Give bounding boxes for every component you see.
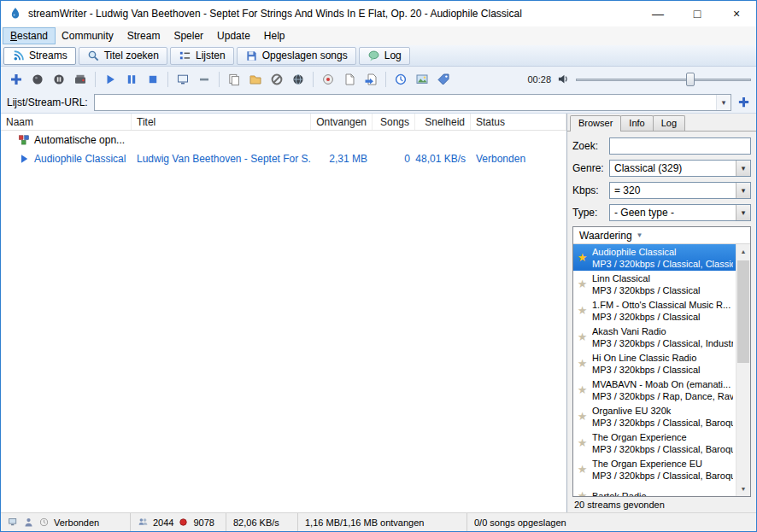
pause-button[interactable]: [121, 69, 142, 90]
timer-button[interactable]: [390, 69, 411, 90]
volume-slider[interactable]: [576, 72, 751, 87]
sort-header-waardering[interactable]: Waardering ▼: [573, 227, 750, 244]
remove-button[interactable]: [194, 69, 214, 90]
menu-bestand[interactable]: Bestand: [3, 28, 55, 44]
scroll-down-button[interactable]: ▼: [736, 482, 750, 496]
star-icon: ★: [576, 357, 589, 370]
pause-recording-button[interactable]: [49, 69, 69, 90]
menu-community[interactable]: Community: [55, 28, 120, 44]
tab-opgeslagen-songs[interactable]: Opgeslagen songs: [237, 47, 356, 65]
volume-thumb[interactable]: [686, 73, 695, 86]
tab-log[interactable]: Log: [359, 47, 410, 65]
website-button[interactable]: [288, 69, 308, 90]
table-row[interactable]: Automatische opn...: [1, 131, 566, 149]
column-ontvangen[interactable]: Ontvangen: [311, 114, 373, 130]
tab-label: Titel zoeken: [104, 50, 159, 61]
stream-url-input[interactable]: [95, 95, 716, 110]
list-item[interactable]: ★ Organlive EU 320k MP3 / 320kbps / Clas…: [573, 403, 736, 430]
open-folder-button[interactable]: [245, 69, 266, 90]
stream-desc: MP3 / 320kbps / Classical, Baroqu: [592, 470, 733, 482]
menu-bar: Bestand Community Stream Speler Update H…: [1, 26, 756, 45]
list-item[interactable]: ★ MVABAVN - Moab On (emanati... MP3 / 32…: [573, 377, 736, 403]
list-item[interactable]: ★ 1.FM - Otto's Classical Music R... MP3…: [573, 297, 736, 324]
stop-button[interactable]: [143, 69, 163, 90]
play-button[interactable]: [100, 69, 120, 90]
list-item[interactable]: ★ Akash Vani Radio MP3 / 320kbps / Class…: [573, 324, 736, 350]
column-status[interactable]: Status: [471, 114, 566, 130]
stream-name: 1.FM - Otto's Classical Music R...: [592, 299, 731, 311]
genre-select[interactable]: Classical (329) ▾: [609, 160, 751, 177]
column-titel[interactable]: Titel: [132, 114, 311, 130]
stream-url-label: Lijst/Stream-URL:: [7, 96, 88, 108]
stream-url-combobox[interactable]: ▾: [94, 94, 731, 111]
type-select[interactable]: - Geen type - ▾: [609, 204, 751, 221]
add-url-button[interactable]: [737, 96, 750, 108]
streams-icon: [12, 50, 25, 62]
chevron-down-icon[interactable]: ▾: [736, 205, 750, 220]
list-item[interactable]: ★ The Organ Experience MP3 / 320kbps / C…: [573, 430, 736, 456]
menu-update[interactable]: Update: [210, 28, 257, 44]
export-button[interactable]: [361, 69, 381, 90]
user-icon: [23, 517, 34, 528]
column-snelheid[interactable]: Snelheid: [415, 114, 471, 130]
column-naam[interactable]: Naam: [1, 114, 132, 130]
record-button[interactable]: [27, 69, 48, 90]
speaker-icon[interactable]: [557, 73, 570, 85]
window-title: streamWriter - Ludwig Van Beethoven - Se…: [28, 8, 522, 20]
page-button[interactable]: [339, 69, 360, 90]
tab-streams[interactable]: Streams: [3, 47, 76, 65]
stream-list-scrollbar[interactable]: ▲ ▼: [736, 244, 750, 496]
add-stream-button[interactable]: [6, 69, 26, 90]
toolbar-separator: [219, 72, 220, 87]
blacklist-button[interactable]: [267, 69, 287, 90]
tab-titel-zoeken[interactable]: Titel zoeken: [79, 47, 167, 65]
column-songs[interactable]: Songs: [373, 114, 415, 130]
tab-info[interactable]: Info: [620, 115, 653, 131]
tab-lijsten[interactable]: Lijsten: [170, 47, 234, 65]
minimize-button[interactable]: —: [638, 1, 678, 26]
pause-record-icon: [52, 73, 66, 86]
close-button[interactable]: ×: [717, 1, 756, 26]
list-item[interactable]: ★ Hi On Line Classic Radio MP3 / 320kbps…: [573, 350, 736, 377]
toolbar-right: 00:28: [527, 72, 751, 87]
chevron-down-icon[interactable]: ▾: [736, 183, 750, 198]
current-speed: 82,06 KB/s: [233, 517, 279, 528]
menu-stream[interactable]: Stream: [120, 28, 167, 44]
search-input[interactable]: [609, 137, 751, 155]
chevron-down-icon[interactable]: ▾: [736, 161, 750, 176]
scroll-up-button[interactable]: ▲: [736, 244, 750, 259]
tab-label: Log: [384, 50, 402, 61]
schedule-button[interactable]: [318, 69, 338, 90]
stream-desc: MP3 / 320kbps / Classical: [592, 364, 701, 376]
tab-browser[interactable]: Browser: [570, 115, 621, 132]
stream-browser-list: Waardering ▼ ★ Audiophile Classical MP3 …: [572, 226, 751, 497]
list-item[interactable]: ★ Bartok Radio: [573, 482, 736, 496]
screenshot-button[interactable]: [412, 69, 432, 90]
maximize-button[interactable]: □: [678, 1, 717, 26]
panel-tab-bar: Browser Info Log: [567, 114, 756, 132]
browser-stream-list: ★ Audiophile Classical MP3 / 320kbps / C…: [573, 244, 736, 496]
scrollbar-thumb[interactable]: [737, 260, 749, 363]
folder-icon: [249, 73, 262, 86]
saved-songs-icon: [245, 50, 258, 62]
scrollbar-track[interactable]: [736, 259, 750, 482]
toolbar-separator: [167, 72, 168, 87]
copy-title-button[interactable]: [224, 69, 244, 90]
stream-name: Audiophile Classical: [592, 246, 733, 258]
stop-recording-button[interactable]: [70, 69, 91, 90]
kbps-select[interactable]: = 320 ▾: [609, 182, 751, 199]
globe-icon: [291, 73, 305, 86]
tab-panel-log[interactable]: Log: [653, 115, 685, 131]
list-item[interactable]: ★ Audiophile Classical MP3 / 320kbps / C…: [573, 244, 736, 271]
stream-text: The Organ Experience EU MP3 / 320kbps / …: [592, 458, 733, 482]
block-icon: [270, 73, 284, 86]
tag-button[interactable]: [433, 69, 454, 90]
list-item[interactable]: ★ The Organ Experience EU MP3 / 320kbps …: [573, 456, 736, 482]
menu-help[interactable]: Help: [257, 28, 292, 44]
list-item[interactable]: ★ Linn Classical MP3 / 320kbps / Classic…: [573, 271, 736, 297]
chevron-down-icon[interactable]: ▾: [716, 95, 731, 110]
tune-in-button[interactable]: [173, 69, 193, 90]
menu-speler[interactable]: Speler: [167, 28, 210, 44]
table-row[interactable]: Audiophile Classical Ludwig Van Beethove…: [1, 149, 566, 168]
stream-desc: MP3 / 320kbps / Classical, Industr: [592, 337, 733, 349]
